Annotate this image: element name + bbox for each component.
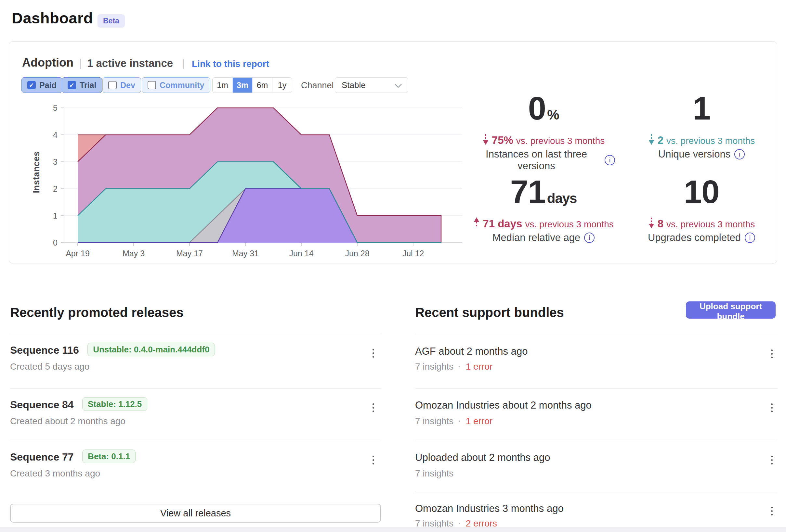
arrow-down-icon — [482, 133, 489, 145]
release-channel-badge: Stable: 1.12.5 — [82, 397, 147, 411]
range-6m[interactable]: 6m — [252, 78, 272, 93]
release-created: Created 3 months ago — [10, 468, 100, 479]
stat-label: Upgrades completedi — [630, 232, 773, 244]
beta-badge: Beta — [97, 14, 125, 28]
active-instance-count: 1 active instance — [87, 57, 173, 70]
stat-instances-last-three-versions: 0% 75%vs. previous 3 months Instances on… — [472, 92, 615, 172]
kebab-menu-icon[interactable] — [371, 347, 374, 359]
bundle-row[interactable]: Omozan Industries 3 months ago — [415, 503, 564, 514]
divider — [415, 441, 777, 441]
release-created: Created 5 days ago — [10, 362, 89, 372]
svg-text:May 17: May 17 — [176, 249, 203, 258]
stat-upgrades-completed: 10 8vs. previous 3 months Upgrades compl… — [630, 175, 773, 244]
channel-label: Channel — [301, 80, 334, 91]
range-3m-selected[interactable]: 3m — [232, 78, 252, 93]
stat-label: Median relative agei — [472, 232, 615, 244]
filter-label: Community — [160, 80, 205, 90]
stat-label: Instances on last three versionsi — [472, 148, 615, 172]
adoption-area-chart: 012345Apr 19May 3May 17May 31Jun 14Jun 2… — [20, 102, 475, 262]
kebab-menu-icon[interactable] — [371, 454, 374, 466]
kebab-menu-icon[interactable] — [371, 402, 374, 413]
link-to-report[interactable]: Link to this report — [192, 59, 269, 69]
svg-text:Jul 12: Jul 12 — [402, 249, 424, 258]
divider — [415, 334, 777, 334]
chevron-down-icon — [394, 83, 402, 88]
release-channel-badge: Unstable: 0.4.0-main.444ddf0 — [88, 343, 215, 356]
stat-label: Unique versionsi — [630, 148, 773, 160]
divider — [10, 441, 381, 441]
svg-text:0: 0 — [53, 238, 57, 247]
stat-delta: 8vs. previous 3 months — [630, 215, 773, 229]
next-section-edge — [0, 528, 786, 532]
checkbox-checked-icon — [68, 81, 76, 89]
filter-paid[interactable]: Paid — [21, 77, 63, 93]
filter-community[interactable]: Community — [142, 77, 210, 93]
stat-value: 71days — [472, 175, 615, 208]
svg-text:Jun 14: Jun 14 — [289, 249, 314, 258]
bundle-insights: 7 insights · 1 error — [415, 416, 492, 427]
stat-value: 10 — [630, 175, 773, 208]
divider — [415, 493, 777, 493]
svg-text:1: 1 — [53, 211, 57, 220]
filter-dev[interactable]: Dev — [102, 77, 141, 93]
info-icon[interactable]: i — [745, 233, 755, 243]
stat-unique-versions: 1 2vs. previous 3 months Unique versions… — [630, 92, 773, 160]
release-title: Sequence 77 — [10, 451, 74, 463]
arrow-up-icon — [473, 217, 480, 229]
release-row[interactable]: Sequence 84 Stable: 1.12.5 — [10, 399, 147, 411]
upload-support-bundle-button[interactable]: Upload support bundle — [686, 301, 776, 319]
channel-value: Stable — [342, 80, 366, 90]
view-all-releases-button[interactable]: View all releases — [10, 504, 381, 523]
page-title: Dashboard — [12, 9, 93, 27]
bundle-row[interactable]: Uploaded about 2 months ago — [415, 452, 550, 463]
release-channel-badge: Beta: 0.1.1 — [82, 450, 136, 463]
release-title: Sequence 116 — [10, 344, 79, 356]
range-1y[interactable]: 1y — [272, 78, 292, 93]
stat-value: 1 — [630, 92, 773, 124]
arrow-down-icon — [648, 133, 655, 145]
release-row[interactable]: Sequence 77 Beta: 0.1.1 — [10, 451, 136, 463]
title-separator: | — [79, 56, 82, 69]
svg-text:Jun 28: Jun 28 — [345, 249, 369, 258]
svg-text:4: 4 — [53, 130, 57, 139]
kebab-menu-icon[interactable] — [770, 348, 773, 360]
channel-select[interactable]: Stable — [335, 77, 408, 93]
bundle-row[interactable]: AGF about 2 months ago — [415, 345, 528, 357]
range-1m[interactable]: 1m — [213, 78, 232, 93]
svg-text:May 31: May 31 — [232, 249, 259, 258]
checkbox-checked-icon — [27, 81, 36, 89]
svg-text:Apr 19: Apr 19 — [66, 249, 90, 258]
divider — [10, 334, 381, 334]
checkbox-unchecked-icon — [147, 81, 156, 89]
title-separator: | — [182, 56, 185, 69]
filter-label: Trial — [79, 80, 96, 90]
stat-value: 0% — [472, 92, 615, 124]
bundle-row[interactable]: Omozan Industries about 2 months ago — [415, 400, 592, 411]
info-icon[interactable]: i — [584, 233, 595, 243]
info-icon[interactable]: i — [734, 149, 745, 160]
stat-median-relative-age: 71days 71 daysvs. previous 3 months Medi… — [472, 175, 615, 244]
svg-text:3: 3 — [53, 157, 57, 166]
svg-text:2: 2 — [53, 184, 57, 193]
time-range-group: 1m 3m 6m 1y — [212, 77, 292, 93]
releases-heading: Recently promoted releases — [10, 305, 184, 320]
kebab-menu-icon[interactable] — [770, 505, 773, 517]
checkbox-unchecked-icon — [108, 81, 117, 89]
bundle-error-count: 1 error — [466, 416, 492, 427]
bundle-insights: 7 insights · 1 error — [415, 362, 492, 372]
filter-label: Dev — [120, 80, 135, 90]
arrow-down-icon — [648, 217, 655, 229]
filter-label: Paid — [39, 80, 56, 90]
divider — [10, 388, 381, 389]
svg-text:5: 5 — [53, 103, 57, 112]
stat-delta: 75%vs. previous 3 months — [472, 131, 615, 146]
adoption-heading: Adoption — [22, 56, 73, 70]
release-title: Sequence 84 — [10, 399, 74, 411]
svg-text:May 3: May 3 — [122, 249, 145, 258]
release-row[interactable]: Sequence 116 Unstable: 0.4.0-main.444ddf… — [10, 344, 215, 356]
stat-delta: 2vs. previous 3 months — [630, 131, 773, 146]
kebab-menu-icon[interactable] — [770, 454, 773, 466]
info-icon[interactable]: i — [605, 155, 615, 165]
kebab-menu-icon[interactable] — [770, 402, 773, 413]
filter-trial[interactable]: Trial — [62, 77, 102, 93]
